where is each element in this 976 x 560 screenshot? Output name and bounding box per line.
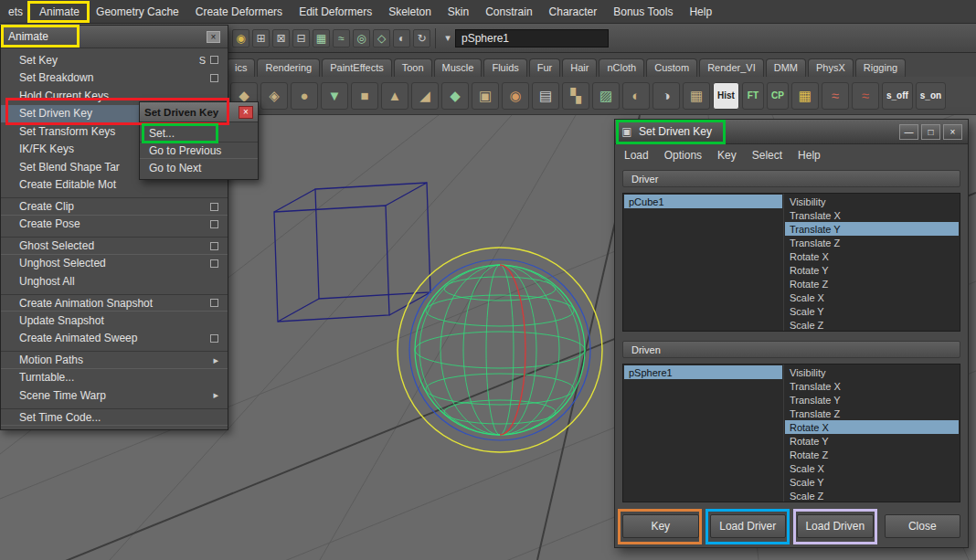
shelf-tab[interactable]: Rigging (855, 58, 906, 77)
attribute-list-item[interactable]: Rotate X (785, 249, 959, 263)
skin-on-shelf-icon[interactable]: s_on (916, 82, 946, 110)
snap-view-plane-icon[interactable]: ◇ (373, 29, 390, 48)
close-icon[interactable] (239, 106, 253, 119)
option-box-icon[interactable] (210, 56, 218, 64)
menubar-item[interactable]: Edit Deformers (291, 0, 380, 23)
animate-menu-item[interactable]: Set Key S (1, 51, 228, 69)
animate-menu-item[interactable]: Motion Paths (1, 351, 228, 369)
option-box-icon[interactable] (210, 259, 218, 268)
window-menu-item[interactable]: Load (624, 149, 649, 162)
object-name-field[interactable] (455, 29, 609, 48)
animate-menu-item[interactable]: Unghost All (1, 272, 228, 291)
shelf-tool-icon[interactable]: ■ (351, 82, 378, 110)
shelf-tool-icon[interactable]: ◈ (260, 82, 288, 110)
shelf-tool-icon[interactable]: ▦ (683, 82, 710, 110)
driver-frame-header[interactable]: Driver (622, 170, 960, 187)
window-titlebar[interactable]: Set Driven Key (615, 120, 968, 144)
option-box-icon[interactable] (210, 242, 218, 250)
close-button[interactable] (943, 124, 962, 140)
shelf-tool-icon[interactable]: ● (291, 82, 318, 110)
select-components-icon[interactable]: ⊟ (292, 29, 310, 48)
shelf-tool-icon[interactable]: ◢ (411, 82, 439, 110)
attribute-list-item[interactable]: Translate Y (785, 222, 959, 236)
snap-grid-icon[interactable]: ▦ (313, 29, 330, 48)
shelf-tab[interactable]: Custom (646, 58, 697, 77)
shelf-tool-icon[interactable]: ▤ (532, 82, 559, 110)
animate-menu-item[interactable]: Set Time Code... (1, 408, 228, 427)
option-box-icon[interactable] (210, 203, 218, 211)
attribute-list-item[interactable]: Translate Z (785, 236, 959, 249)
minimize-button[interactable] (899, 124, 918, 140)
attribute-list-item[interactable]: Rotate Y (785, 434, 959, 448)
animate-menu-item[interactable]: Create Pose (1, 216, 228, 234)
animate-menu-item[interactable]: Create Clip (1, 197, 228, 216)
shelf-tool-icon[interactable]: ◑ (652, 82, 680, 110)
submenu-item[interactable]: Go to Next (140, 159, 258, 176)
menubar-item[interactable]: ets (0, 0, 31, 23)
shelf-tab[interactable]: Hair (562, 58, 597, 77)
shelf-tool-icon[interactable]: ◆ (441, 82, 469, 110)
maximize-button[interactable] (921, 124, 940, 140)
menubar-item[interactable]: Skeleton (380, 0, 440, 23)
menubar-item[interactable]: Bonus Tools (605, 0, 681, 23)
animate-menu-item[interactable]: Ghost Selected (1, 237, 228, 255)
option-box-icon[interactable] (210, 299, 218, 307)
make-live-icon[interactable]: ◐ (393, 29, 410, 48)
input-line-dropdown-icon[interactable] (440, 29, 455, 48)
shelf-tab[interactable]: DMM (766, 58, 806, 77)
attribute-list-item[interactable]: Visibility (785, 365, 959, 379)
shelf-tab[interactable]: Fur (529, 58, 561, 77)
skin-off-shelf-icon[interactable]: s_off (882, 82, 913, 110)
lock-icon[interactable]: ◉ (232, 29, 249, 48)
window-menu-item[interactable]: Select (752, 149, 782, 162)
window-button[interactable]: Load Driver (710, 514, 787, 538)
window-menu-item[interactable]: Options (664, 149, 702, 162)
animate-menu-item[interactable]: Scene Time Warp (1, 386, 228, 405)
attribute-list-item[interactable]: Scale Y (785, 475, 959, 489)
driven-frame-header[interactable]: Driven (622, 341, 960, 358)
option-box-icon[interactable] (210, 334, 218, 343)
attribute-list-item[interactable]: Scale Z (785, 489, 959, 502)
shelf-tab[interactable]: PhysX (808, 58, 854, 77)
animate-menu-item[interactable]: Update Snapshot (1, 312, 228, 330)
window-menu-item[interactable]: Help (798, 149, 821, 162)
shelf-tab[interactable]: Toon (394, 58, 432, 77)
option-box-icon[interactable] (210, 74, 218, 82)
animate-menu-item[interactable]: Set Breakdown (1, 69, 228, 88)
window-button[interactable]: Key (622, 514, 699, 538)
submenu-item[interactable]: Set... (140, 124, 258, 142)
attribute-list-item[interactable]: Rotate Y (785, 263, 959, 277)
attribute-list-item[interactable]: Scale X (785, 461, 959, 475)
select-hierarchy-icon[interactable]: ⊞ (252, 29, 270, 48)
attribute-list-item[interactable]: Scale X (785, 291, 959, 304)
window-menu-item[interactable]: Key (717, 149, 737, 162)
shelf-tab[interactable]: Rendering (257, 58, 320, 77)
window-button[interactable]: Close (885, 514, 961, 538)
attribute-list-item[interactable]: Translate X (785, 379, 959, 393)
shelf-tool-icon[interactable]: ▲ (381, 82, 408, 110)
submenu-titlebar[interactable]: Set Driven Key (140, 102, 258, 122)
attribute-list-item[interactable]: Scale Z (785, 318, 959, 331)
attribute-list-item[interactable]: Translate X (785, 208, 959, 222)
attribute-list-item[interactable]: Visibility (785, 195, 959, 208)
ft-shelf-icon[interactable]: FT (742, 82, 764, 110)
shelf-tab[interactable]: Render_VI (699, 58, 764, 77)
attribute-list-item[interactable]: Translate Y (785, 393, 959, 407)
snap-point-icon[interactable]: ◎ (353, 29, 370, 48)
close-icon[interactable] (207, 31, 220, 43)
menubar-item[interactable]: Create Deformers (187, 0, 291, 23)
animate-menu-item[interactable]: Create Animated Sweep (1, 330, 228, 348)
shelf-tool-icon[interactable]: ▨ (592, 82, 620, 110)
attribute-list-item[interactable]: Rotate Z (785, 277, 959, 291)
animate-menu-item[interactable]: Turntable... (1, 369, 228, 387)
attribute-list-item[interactable]: Scale Y (785, 304, 959, 318)
snap-curve-icon[interactable]: ≈ (333, 29, 350, 48)
shelf-tab[interactable]: ics (227, 58, 255, 77)
lattice-shelf-icon[interactable]: ▦ (791, 82, 819, 110)
menubar-item[interactable]: Constrain (477, 0, 540, 23)
object-list-item[interactable]: pCube1 (624, 195, 782, 208)
shelf-tab[interactable]: Muscle (434, 58, 483, 77)
shelf-tab[interactable]: PaintEffects (322, 58, 392, 77)
attribute-list-item[interactable]: Rotate X (785, 420, 959, 434)
history-shelf-icon[interactable]: Hist (713, 82, 739, 110)
